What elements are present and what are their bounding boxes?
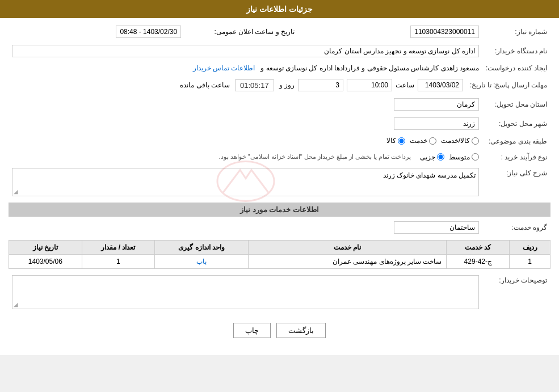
- col-kod: کد خدمت: [447, 240, 510, 254]
- tabaqe-option-khidmat[interactable]: خدمت: [410, 137, 436, 145]
- dastgah-label: نام دستگاه خریدار:: [482, 43, 550, 59]
- tabaqe-radio-kala[interactable]: [398, 137, 405, 145]
- cell-radif: 1: [510, 254, 550, 268]
- col-tarikh: تاریخ نیاز: [9, 240, 82, 254]
- cell-tarikh: 1403/05/06: [9, 254, 82, 268]
- sharh-label: شرح کلی نیاز:: [482, 166, 550, 198]
- navae-option-motavasset[interactable]: متوسط: [449, 153, 479, 161]
- tarikh-elan-value: 1403/02/30 - 08:48: [116, 26, 181, 38]
- tabaqe-option-kala-label: کالا: [386, 137, 396, 145]
- sharh-row: شرح کلی نیاز: تکمیل مدرسه شهدای خانوک زر…: [9, 166, 550, 198]
- navae-radio-jozi[interactable]: [437, 153, 444, 161]
- shomara-label: شماره نیاز:: [482, 24, 550, 40]
- tarikh-elan-value-cell: 1403/02/30 - 08:48: [9, 24, 184, 40]
- cell-kod: ج-42-429: [447, 254, 510, 268]
- mohlet-label: مهلت ارسال پاسخ: تا تاریخ:: [466, 77, 550, 93]
- cell-vahid: باب: [155, 254, 249, 268]
- navae-row: نوع فرآیند خرید : متوسط جزیی: [9, 151, 550, 163]
- sharh-box: تکمیل مدرسه شهدای خانوک زرند ◢: [12, 168, 479, 196]
- navae-radio-motavasset[interactable]: [472, 153, 479, 161]
- page-title: جزئیات اطلاعات نیاز: [246, 5, 313, 14]
- tabaqe-row: طبقه بندی موضوعی: کالا/خدمت خدمت: [9, 135, 550, 148]
- tabaqe-option-kala-khidmat-label: کالا/خدمت: [441, 137, 470, 145]
- tosifat-label: توصیحات خریدار:: [482, 273, 550, 311]
- dastgah-value-cell: اداره کل نوسازی توسعه و تجهیز مدارس استا…: [9, 43, 482, 59]
- navae-note: پرداخت تمام یا بخشی از مبلغ خریداز محل "…: [218, 153, 411, 161]
- saat-label: ساعت: [396, 81, 414, 89]
- services-table: ردیف کد خدمت نام خدمت واحد اندازه گیری ت…: [9, 240, 550, 269]
- navae-option-motavasset-label: متوسط: [449, 153, 470, 161]
- grouh-value-cell: ساختمان: [9, 220, 482, 235]
- page-header: جزئیات اطلاعات نیاز: [0, 0, 559, 18]
- tosifat-value-cell: ◢: [9, 273, 482, 311]
- shomara-row: شماره نیاز: 1103004323000011 تاریخ و ساع…: [9, 24, 550, 40]
- tabaqe-option-khidmat-label: خدمت: [410, 137, 427, 145]
- roz-value: 3: [298, 79, 343, 91]
- print-button[interactable]: چاپ: [233, 323, 271, 338]
- ostan-value-cell: کرمان: [9, 96, 482, 112]
- cell-tedad: 1: [82, 254, 155, 268]
- ostan-label: استان محل تحویل:: [482, 96, 550, 112]
- countdown-value: 01:05:17: [235, 79, 274, 91]
- ijad-label: ایجاد کننده درخواست:: [482, 62, 550, 74]
- tarikh-elan-label: تاریخ و ساعت اعلان عمومی:: [184, 24, 298, 40]
- roz-label: روز و: [279, 81, 295, 89]
- ostan-row: استان محل تحویل: کرمان: [9, 96, 550, 112]
- saat-value: 10:00: [347, 79, 392, 91]
- resize-icon: ◢: [14, 188, 18, 195]
- tabaqe-radio-khidmat[interactable]: [429, 137, 436, 145]
- tabaqe-radio-group: کالا/خدمت خدمت کالا: [386, 137, 479, 145]
- col-nam: نام خدمت: [248, 240, 446, 254]
- content-area: شماره نیاز: 1103004323000011 تاریخ و ساع…: [0, 18, 559, 355]
- sharh-value-cell: تکمیل مدرسه شهدای خانوک زرند ◢: [9, 166, 482, 198]
- tosifat-row: توصیحات خریدار: ◢: [9, 273, 550, 311]
- table-row: 1 ج-42-429 ساخت سایر پروژه‌های مهندسی عم…: [9, 254, 550, 268]
- dastgah-value: اداره کل نوسازی توسعه و تجهیز مدارس استا…: [12, 45, 479, 57]
- baqi-mande-label: ساعت باقی مانده: [180, 81, 230, 89]
- navae-value-cell: متوسط جزیی پرداخت تمام یا بخشی از مبلغ خ…: [9, 151, 482, 163]
- grouh-value: ساختمان: [394, 221, 479, 234]
- tosifat-box: ◢: [12, 275, 479, 309]
- navae-option-jozi[interactable]: جزیی: [420, 153, 444, 161]
- tabaqe-label: طبقه بندی موضوعی:: [482, 135, 550, 148]
- services-section-header: اطلاعات خدمات مورد نیاز: [9, 203, 550, 217]
- svg-point-0: [217, 161, 274, 201]
- shahr-value: زرند: [394, 117, 479, 130]
- shahr-label: شهر محل تحویل:: [482, 116, 550, 132]
- watermark: [212, 158, 280, 205]
- col-radif: ردیف: [510, 240, 550, 254]
- tabaqe-value-cell: کالا/خدمت خدمت کالا: [9, 135, 482, 148]
- ijad-value: مسعود زاهدی کارشناس مسئول حقوقی و قراردا…: [260, 64, 479, 72]
- tabaqe-option-kala-khidmat[interactable]: کالا/خدمت: [441, 137, 479, 145]
- navae-label: نوع فرآیند خرید :: [482, 151, 550, 163]
- shomara-value-cell: 1103004323000011: [298, 24, 482, 40]
- cell-nam: ساخت سایر پروژه‌های مهندسی عمران: [248, 254, 446, 268]
- sharh-value: تکمیل مدرسه شهدای خانوک زرند: [383, 171, 476, 179]
- mohlet-value-cell: 1403/03/02 ساعت 10:00 3 روز و 01:05:17 س…: [9, 77, 466, 93]
- tabaqe-radio-kala-khidmat[interactable]: [472, 137, 479, 145]
- navae-option-jozi-label: جزیی: [420, 153, 435, 161]
- col-vahid: واحد اندازه گیری: [155, 240, 249, 254]
- footer-buttons: بازگشت چاپ: [9, 314, 550, 349]
- ijad-row: ایجاد کننده درخواست: مسعود زاهدی کارشناس…: [9, 62, 550, 74]
- ijad-value-cell: مسعود زاهدی کارشناس مسئول حقوقی و قراردا…: [9, 62, 482, 74]
- dastgah-row: نام دستگاه خریدار: اداره کل نوسازی توسعه…: [9, 43, 550, 59]
- tosifat-resize-icon: ◢: [14, 301, 18, 307]
- navae-radio-group: متوسط جزیی: [420, 153, 479, 161]
- shomara-value: 1103004323000011: [410, 26, 479, 38]
- tarikh-value: 1403/03/02: [418, 79, 463, 91]
- tabaqe-option-kala[interactable]: کالا: [386, 137, 405, 145]
- ostan-value: کرمان: [394, 98, 479, 111]
- page-wrapper: جزئیات اطلاعات نیاز شماره نیاز: 11030043…: [0, 0, 559, 355]
- grouh-label: گروه خدمت:: [482, 220, 550, 235]
- mohlet-row: مهلت ارسال پاسخ: تا تاریخ: 1403/03/02 سا…: [9, 77, 550, 93]
- shahr-value-cell: زرند: [9, 116, 482, 132]
- back-button[interactable]: بازگشت: [276, 323, 326, 338]
- grouh-row: گروه خدمت: ساختمان: [9, 220, 550, 235]
- shahr-row: شهر محل تحویل: زرند: [9, 116, 550, 132]
- col-tedad: تعداد / مقدار: [82, 240, 155, 254]
- tamas-link[interactable]: اطلاعات تماس خریدار: [193, 64, 255, 72]
